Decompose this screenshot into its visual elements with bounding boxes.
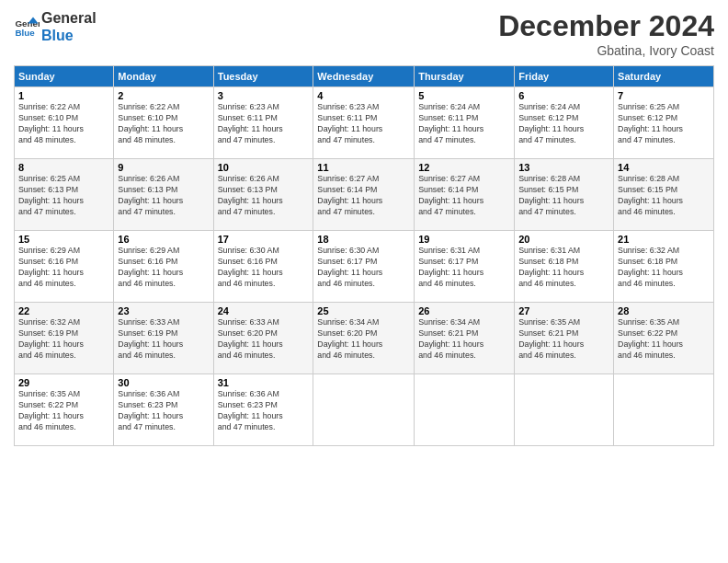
table-row: 9Sunrise: 6:26 AM Sunset: 6:13 PM Daylig… <box>114 159 213 231</box>
day-info: Sunrise: 6:33 AM Sunset: 6:19 PM Dayligh… <box>118 317 209 362</box>
table-row <box>515 374 614 446</box>
table-row: 6Sunrise: 6:24 AM Sunset: 6:12 PM Daylig… <box>515 87 614 159</box>
day-info: Sunrise: 6:31 AM Sunset: 6:17 PM Dayligh… <box>418 246 510 290</box>
logo-line2: Blue <box>41 27 97 44</box>
day-number: 17 <box>218 234 310 245</box>
table-row: 29Sunrise: 6:35 AM Sunset: 6:22 PM Dayli… <box>15 374 114 446</box>
col-monday: Monday <box>114 66 213 87</box>
table-row: 24Sunrise: 6:33 AM Sunset: 6:20 PM Dayli… <box>213 303 313 374</box>
day-info: Sunrise: 6:32 AM Sunset: 6:18 PM Dayligh… <box>618 246 710 290</box>
day-number: 23 <box>118 305 209 316</box>
calendar-header-row: Sunday Monday Tuesday Wednesday Thursday… <box>15 66 714 87</box>
day-number: 8 <box>18 162 109 173</box>
day-number: 7 <box>618 90 710 101</box>
calendar: Sunday Monday Tuesday Wednesday Thursday… <box>14 65 714 446</box>
day-info: Sunrise: 6:34 AM Sunset: 6:21 PM Dayligh… <box>418 317 510 362</box>
day-info: Sunrise: 6:24 AM Sunset: 6:11 PM Dayligh… <box>418 102 510 146</box>
table-row: 31Sunrise: 6:36 AM Sunset: 6:23 PM Dayli… <box>213 374 313 446</box>
day-number: 28 <box>618 305 710 316</box>
day-number: 10 <box>218 162 310 173</box>
day-info: Sunrise: 6:35 AM Sunset: 6:21 PM Dayligh… <box>518 317 609 362</box>
col-sunday: Sunday <box>15 66 114 87</box>
table-row: 25Sunrise: 6:34 AM Sunset: 6:20 PM Dayli… <box>313 303 415 374</box>
day-info: Sunrise: 6:27 AM Sunset: 6:14 PM Dayligh… <box>317 174 410 218</box>
title-block: December 2024 Gbatina, Ivory Coast <box>498 9 714 58</box>
calendar-week-row: 22Sunrise: 6:32 AM Sunset: 6:19 PM Dayli… <box>15 303 714 374</box>
day-info: Sunrise: 6:23 AM Sunset: 6:11 PM Dayligh… <box>317 102 410 146</box>
day-number: 18 <box>317 234 410 245</box>
table-row: 28Sunrise: 6:35 AM Sunset: 6:22 PM Dayli… <box>614 303 714 374</box>
table-row: 26Sunrise: 6:34 AM Sunset: 6:21 PM Dayli… <box>415 303 515 374</box>
day-number: 21 <box>618 234 710 245</box>
table-row: 13Sunrise: 6:28 AM Sunset: 6:15 PM Dayli… <box>515 159 614 231</box>
table-row <box>313 374 415 446</box>
table-row <box>614 374 714 446</box>
day-number: 6 <box>518 90 609 101</box>
day-number: 15 <box>18 234 109 245</box>
day-number: 13 <box>518 162 609 173</box>
day-info: Sunrise: 6:29 AM Sunset: 6:16 PM Dayligh… <box>18 246 109 290</box>
header: General Blue General Blue December 2024 … <box>14 9 714 58</box>
calendar-week-row: 8Sunrise: 6:25 AM Sunset: 6:13 PM Daylig… <box>15 159 714 231</box>
location: Gbatina, Ivory Coast <box>498 43 714 58</box>
day-info: Sunrise: 6:36 AM Sunset: 6:23 PM Dayligh… <box>118 389 209 433</box>
table-row: 17Sunrise: 6:30 AM Sunset: 6:16 PM Dayli… <box>213 231 313 303</box>
day-info: Sunrise: 6:28 AM Sunset: 6:15 PM Dayligh… <box>518 174 609 218</box>
day-info: Sunrise: 6:29 AM Sunset: 6:16 PM Dayligh… <box>118 246 209 290</box>
day-info: Sunrise: 6:33 AM Sunset: 6:20 PM Dayligh… <box>218 317 310 362</box>
day-info: Sunrise: 6:27 AM Sunset: 6:14 PM Dayligh… <box>418 174 510 218</box>
day-number: 4 <box>317 90 410 101</box>
table-row: 27Sunrise: 6:35 AM Sunset: 6:21 PM Dayli… <box>515 303 614 374</box>
table-row: 5Sunrise: 6:24 AM Sunset: 6:11 PM Daylig… <box>415 87 515 159</box>
table-row <box>415 374 515 446</box>
day-number: 19 <box>418 234 510 245</box>
day-info: Sunrise: 6:32 AM Sunset: 6:19 PM Dayligh… <box>18 317 109 362</box>
col-saturday: Saturday <box>614 66 714 87</box>
day-info: Sunrise: 6:30 AM Sunset: 6:16 PM Dayligh… <box>218 246 310 290</box>
day-number: 9 <box>118 162 209 173</box>
logo-line1: General <box>41 9 97 27</box>
day-number: 12 <box>418 162 510 173</box>
table-row: 11Sunrise: 6:27 AM Sunset: 6:14 PM Dayli… <box>313 159 415 231</box>
day-info: Sunrise: 6:22 AM Sunset: 6:10 PM Dayligh… <box>118 102 209 146</box>
day-info: Sunrise: 6:23 AM Sunset: 6:11 PM Dayligh… <box>218 102 310 146</box>
day-number: 3 <box>218 90 310 101</box>
day-number: 26 <box>418 305 510 316</box>
calendar-week-row: 1Sunrise: 6:22 AM Sunset: 6:10 PM Daylig… <box>15 87 714 159</box>
day-number: 30 <box>118 377 209 388</box>
day-info: Sunrise: 6:28 AM Sunset: 6:15 PM Dayligh… <box>618 174 710 218</box>
day-number: 1 <box>18 90 109 101</box>
day-number: 16 <box>118 234 209 245</box>
day-info: Sunrise: 6:24 AM Sunset: 6:12 PM Dayligh… <box>518 102 609 146</box>
month-title: December 2024 <box>498 9 714 43</box>
day-number: 25 <box>317 305 410 316</box>
day-number: 24 <box>218 305 310 316</box>
day-info: Sunrise: 6:26 AM Sunset: 6:13 PM Dayligh… <box>218 174 310 218</box>
day-info: Sunrise: 6:30 AM Sunset: 6:17 PM Dayligh… <box>317 246 410 290</box>
day-number: 11 <box>317 162 410 173</box>
day-number: 5 <box>418 90 510 101</box>
table-row: 7Sunrise: 6:25 AM Sunset: 6:12 PM Daylig… <box>614 87 714 159</box>
day-info: Sunrise: 6:26 AM Sunset: 6:13 PM Dayligh… <box>118 174 209 218</box>
table-row: 15Sunrise: 6:29 AM Sunset: 6:16 PM Dayli… <box>15 231 114 303</box>
table-row: 16Sunrise: 6:29 AM Sunset: 6:16 PM Dayli… <box>114 231 213 303</box>
calendar-week-row: 15Sunrise: 6:29 AM Sunset: 6:16 PM Dayli… <box>15 231 714 303</box>
day-number: 31 <box>218 377 310 388</box>
table-row: 30Sunrise: 6:36 AM Sunset: 6:23 PM Dayli… <box>114 374 213 446</box>
table-row: 10Sunrise: 6:26 AM Sunset: 6:13 PM Dayli… <box>213 159 313 231</box>
table-row: 18Sunrise: 6:30 AM Sunset: 6:17 PM Dayli… <box>313 231 415 303</box>
table-row: 3Sunrise: 6:23 AM Sunset: 6:11 PM Daylig… <box>213 87 313 159</box>
day-number: 14 <box>618 162 710 173</box>
calendar-week-row: 29Sunrise: 6:35 AM Sunset: 6:22 PM Dayli… <box>15 374 714 446</box>
day-number: 20 <box>518 234 609 245</box>
table-row: 22Sunrise: 6:32 AM Sunset: 6:19 PM Dayli… <box>15 303 114 374</box>
col-wednesday: Wednesday <box>313 66 415 87</box>
day-info: Sunrise: 6:35 AM Sunset: 6:22 PM Dayligh… <box>618 317 710 362</box>
table-row: 14Sunrise: 6:28 AM Sunset: 6:15 PM Dayli… <box>614 159 714 231</box>
day-info: Sunrise: 6:25 AM Sunset: 6:12 PM Dayligh… <box>618 102 710 146</box>
day-info: Sunrise: 6:25 AM Sunset: 6:13 PM Dayligh… <box>18 174 109 218</box>
day-info: Sunrise: 6:35 AM Sunset: 6:22 PM Dayligh… <box>18 389 109 433</box>
day-info: Sunrise: 6:22 AM Sunset: 6:10 PM Dayligh… <box>18 102 109 146</box>
day-number: 22 <box>18 305 109 316</box>
day-info: Sunrise: 6:31 AM Sunset: 6:18 PM Dayligh… <box>518 246 609 290</box>
